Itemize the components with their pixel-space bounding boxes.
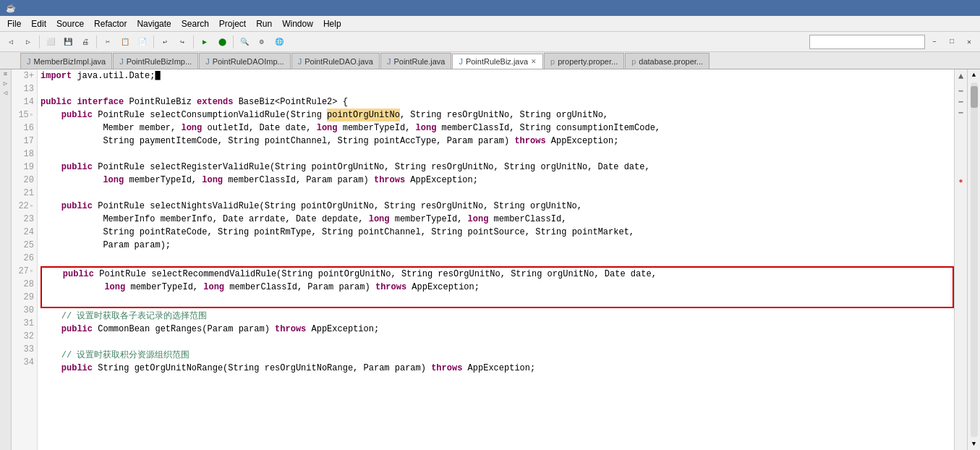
tab-close-button[interactable]: ✕ [531,58,537,65]
right-icon-5[interactable]: ● [958,177,963,185]
line-number-33: 33 [14,343,34,356]
line-number-19: 19 [14,161,34,174]
toolbar-btn-8[interactable]: 📄 [135,34,150,50]
tab-memberbiz[interactable]: J MemberBizImpl.java [20,53,112,69]
toolbar: ◁ ▷ ⬜ 💾 🖨 ✂ 📋 📄 ↩ ↪ ▶ ⬤ 🔍 ⚙ 🌐 – □ ✕ [0,32,980,52]
code-line-17: String paymentItemCode, String pointChan… [41,135,954,148]
line-number-16: 16 [14,122,34,135]
toolbar-btn-1[interactable]: ◁ [3,34,19,50]
red-box-highlight: public PointRule selectRecommendValidRul… [41,266,954,308]
tab-icon: J [119,57,124,66]
menu-edit[interactable]: Edit [27,17,51,30]
code-editor[interactable]: import java.util.Date;█ public interface… [38,69,954,450]
code-line-32 [41,336,954,349]
menu-project[interactable]: Project [215,17,250,30]
tab-icon: J [387,57,391,66]
line-number-25: 25 [14,239,34,252]
code-line-29 [42,294,953,307]
code-line-34: public String getOrgUnitNoRange(String r… [41,362,954,375]
toolbar-btn-close-win[interactable]: ✕ [961,34,977,50]
menu-help[interactable]: Help [319,17,346,30]
scroll-track[interactable] [971,82,978,437]
line-number-31: 31 [14,317,34,330]
menu-search[interactable]: Search [177,17,213,30]
tab-icon: J [205,57,210,66]
right-icon-3[interactable]: ━ [958,98,963,106]
tab-icon-active: J [459,57,463,66]
toolbar-btn-minimize[interactable]: – [926,34,942,50]
right-icon-1[interactable]: ▲ [958,72,963,82]
toolbar-btn-2[interactable]: ▷ [20,34,36,50]
toolbar-sep-1 [39,35,40,48]
line-number-22◦: 22◦ [14,200,34,213]
tab-label: database.proper... [639,57,703,66]
toolbar-btn-4[interactable]: 💾 [60,34,76,50]
tab-label: PointRule.java [393,57,445,66]
toolbar-btn-debug[interactable]: ⬤ [214,34,230,50]
toolbar-btn-5[interactable]: 🖨 [77,34,93,50]
line-number-27◦: 27◦ [14,265,34,278]
tab-pointrule[interactable]: J PointRule.java [380,53,451,69]
tab-label: PointRuleBizImp... [127,57,192,66]
code-line-33: // 设置时获取积分资源组织范围 [41,349,954,362]
menu-run[interactable]: Run [252,17,276,30]
code-line-3+: import java.util.Date;█ [41,69,954,82]
code-line-30: // 设置时获取各子表记录的选择范围 [41,310,954,323]
toolbar-btn-3[interactable]: ⬜ [43,34,59,50]
editor-container: ≡ ▷ ◁ 3+131415◦16171819202122◦2324252627… [0,69,980,450]
tab-label: property.proper... [558,57,618,66]
code-line-16: Member member, long outletId, Date date,… [41,122,954,135]
title-bar-left: ☕ [6,4,19,13]
quick-access-input[interactable] [809,35,925,49]
tab-label: PointRuleDAOImp... [213,57,284,66]
left-icon-1[interactable]: ≡ [4,71,7,78]
menu-window[interactable]: Window [278,17,318,30]
right-icon-4[interactable]: ━ [958,109,963,117]
vertical-scrollbar[interactable]: ▲ ▼ [967,69,980,450]
tab-pointrulebiz-active[interactable]: J PointRuleBiz.java ✕ [452,54,543,69]
code-line-19: public PointRule selectRegisterValidRule… [41,161,954,174]
code-line-25: Param param); [41,239,954,252]
toolbar-sep-2 [96,35,97,48]
code-line-18 [41,148,954,161]
tab-icon: J [27,57,31,66]
line-number-29: 29 [14,291,34,304]
scroll-up-button[interactable]: ▲ [968,69,980,81]
toolbar-btn-10[interactable]: 🌐 [271,34,287,50]
tab-pointruledao[interactable]: J PointRuleDAO.java [291,53,380,69]
toolbar-btn-run[interactable]: ▶ [197,34,213,50]
right-icon-2[interactable]: ━ [958,87,963,95]
scroll-thumb[interactable] [971,86,978,108]
toolbar-btn-9[interactable]: ⚙ [254,34,270,50]
toolbar-btn-7[interactable]: 📋 [117,34,133,50]
line-number-15◦: 15◦ [14,109,34,122]
tab-property[interactable]: p property.proper... [544,53,624,69]
tab-pointruledaoimpl[interactable]: J PointRuleDAOImp... [199,53,291,69]
toolbar-btn-redo[interactable]: ↪ [174,34,190,50]
title-bar: ☕ [0,0,980,16]
code-line-23: MemberInfo memberInfo, Date arrdate, Dat… [41,213,954,226]
tab-bar: J MemberBizImpl.java J PointRuleBizImp..… [0,52,980,69]
code-line-26 [41,252,954,265]
menu-source[interactable]: Source [52,17,88,30]
menu-navigate[interactable]: Navigate [132,17,175,30]
left-icon-2[interactable]: ▷ [4,80,7,88]
tab-pointrulebizimpl[interactable]: J PointRuleBizImp... [113,53,198,69]
code-line-21 [41,187,954,200]
tab-database[interactable]: p database.proper... [625,53,710,69]
line-number-28: 28 [14,278,34,291]
line-number-23: 23 [14,213,34,226]
toolbar-btn-6[interactable]: ✂ [100,34,116,50]
line-number-20: 20 [14,174,34,187]
line-numbers: 3+131415◦16171819202122◦2324252627◦28293… [12,69,38,450]
menu-bar: File Edit Source Refactor Navigate Searc… [0,16,980,32]
toolbar-btn-search[interactable]: 🔍 [237,34,252,50]
left-icon-3[interactable]: ◁ [4,89,7,97]
line-number-21: 21 [14,187,34,200]
toolbar-btn-undo[interactable]: ↩ [157,34,173,50]
right-icons-panel: ▲ ━ ━ ━ ● [954,69,967,450]
scroll-down-button[interactable]: ▼ [968,438,980,450]
menu-refactor[interactable]: Refactor [90,17,131,30]
toolbar-btn-maximize[interactable]: □ [944,34,960,50]
menu-file[interactable]: File [3,17,25,30]
